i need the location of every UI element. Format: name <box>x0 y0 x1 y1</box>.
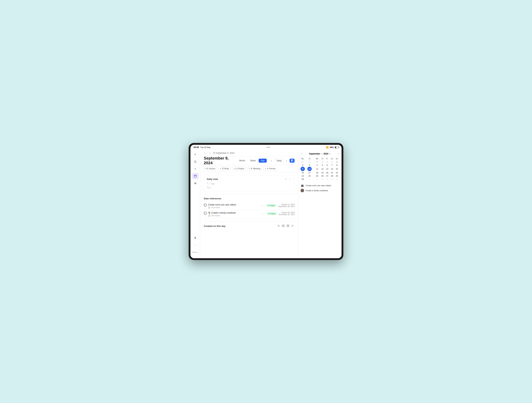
cal-day-0-4[interactable]: 30 <box>325 160 330 163</box>
cal-day-4-2[interactable]: 25 <box>314 174 320 178</box>
cal-next-button[interactable]: › <box>337 152 339 156</box>
cal-day-0-0[interactable]: 26 <box>301 160 305 163</box>
item-expand-1[interactable]: ⤢ <box>261 213 263 215</box>
cal-day-0-2[interactable]: 28 <box>314 160 320 163</box>
sidebar-bottom: 🗑 ··· Networ... <box>192 234 199 257</box>
cal-day-5-4[interactable]: 4 <box>325 178 330 181</box>
cal-day-5-5[interactable]: 5 <box>330 178 335 181</box>
cal-day-3-1[interactable]: 17 <box>305 171 314 174</box>
next-nav-button[interactable]: › <box>285 159 288 162</box>
sidebar-icon-calendar[interactable] <box>192 173 199 179</box>
view-grid-icon <box>282 225 285 227</box>
text-placeholder[interactable]: Text <box>207 186 291 189</box>
month-chevron-icon <box>321 153 323 155</box>
cal-day-0-1[interactable]: 27 <box>305 160 314 163</box>
item-title-0[interactable]: Create more use case videos <box>208 203 260 206</box>
cal-day-1-0[interactable]: 2 <box>301 163 305 167</box>
prev-nav-button[interactable]: ‹ <box>270 159 273 162</box>
add-source-button[interactable]: + Source <box>203 167 217 170</box>
book-icon <box>222 168 224 169</box>
cal-day-0-5[interactable]: 31 <box>330 160 335 163</box>
cal-prev-button[interactable]: ‹ <box>301 152 303 156</box>
tab-day[interactable]: Day <box>259 159 267 162</box>
item-title-1[interactable]: 🍳 Create a family cookbook <box>208 212 260 214</box>
cal-day-1-1[interactable]: 3 <box>305 163 314 167</box>
item-expand-0[interactable]: ⤢ <box>261 204 263 207</box>
view-table-button[interactable] <box>286 224 290 228</box>
cal-day-5-6[interactable]: 6 <box>334 178 339 181</box>
date-references-header: Date references <box>204 197 295 200</box>
event-title-0[interactable]: Create more use case videos <box>306 184 331 187</box>
svg-rect-34 <box>282 225 283 226</box>
event-title-1[interactable]: Create a family cookbook <box>306 189 328 192</box>
status-dots <box>267 147 270 148</box>
cal-day-3-4[interactable]: 20 <box>325 171 330 174</box>
sidebar-icon-trash[interactable]: 🗑 <box>192 234 199 241</box>
status-bar: 10:44 Tue 10 Sep 📶 34% <box>190 145 342 150</box>
more-options-button[interactable]: ··· <box>288 177 291 181</box>
cal-day-2-3[interactable]: 12 <box>320 167 325 171</box>
cal-day-2-0[interactable]: 9 <box>301 167 305 171</box>
mini-calendar-header: ‹ September 2024 › <box>301 152 339 156</box>
date-ref-item-0: Create more use case videos 📋 Time frame… <box>204 202 295 210</box>
status-date: Tue 10 Sep <box>200 146 210 148</box>
tag-icon <box>207 182 209 185</box>
cal-day-4-4[interactable]: 27 <box>325 174 330 178</box>
cal-day-4-5[interactable]: 28 <box>330 174 335 178</box>
sidebar-icon-list[interactable] <box>192 180 199 187</box>
cal-day-1-3[interactable]: 5 <box>320 163 325 167</box>
sidebar-icon-sparkle[interactable]: ✦ <box>192 166 199 172</box>
sidebar-icon-add[interactable]: + <box>192 151 199 158</box>
cal-day-1-4[interactable]: 6 <box>325 163 330 167</box>
item-more-0[interactable]: ··· <box>264 204 265 207</box>
cal-day-1-2[interactable]: 4 <box>314 163 320 167</box>
back-button[interactable]: ← <box>203 151 207 155</box>
cal-day-3-5[interactable]: 21 <box>330 171 335 174</box>
cal-day-0-6[interactable]: 1 <box>334 160 339 163</box>
cal-day-5-3[interactable]: 3 <box>320 178 325 181</box>
cal-day-2-4[interactable]: 13 <box>325 167 330 171</box>
cal-day-1-6[interactable]: 8 <box>334 163 339 167</box>
cal-day-4-6[interactable]: 29 <box>334 174 339 178</box>
cal-day-1-5[interactable]: 7 <box>330 163 335 167</box>
header: ← → September 9, 2024 <box>200 150 298 156</box>
cal-day-3-2[interactable]: 18 <box>314 171 320 174</box>
cal-day-4-1[interactable]: 24 <box>305 174 314 178</box>
today-button[interactable]: Today <box>274 159 284 162</box>
item-more-1[interactable]: ··· <box>264 213 266 215</box>
expand-button[interactable]: ⤢ <box>284 177 288 181</box>
cal-day-2-1[interactable]: 10 <box>307 167 312 171</box>
cal-day-5-0[interactable]: 30 <box>301 178 305 181</box>
cal-day-4-0[interactable]: 23 <box>301 174 305 178</box>
cal-day-2-2[interactable]: 11 <box>314 167 320 171</box>
sidebar-icon-search[interactable] <box>192 158 199 165</box>
cal-day-5-1[interactable]: 1 <box>305 178 314 181</box>
cal-day-3-3[interactable]: 19 <box>320 171 325 174</box>
source-label: Source <box>209 168 215 170</box>
cal-day-5-2[interactable]: 2 <box>314 178 320 181</box>
breadcrumb-text: September 9, 2024 <box>216 152 234 154</box>
sidebar-icon-network[interactable]: Networ... <box>192 249 199 255</box>
view-flow-button[interactable] <box>291 224 295 228</box>
add-project-button[interactable]: + Project <box>232 167 246 170</box>
cal-day-2-6[interactable]: 15 <box>334 167 339 171</box>
view-list-button[interactable] <box>277 224 281 228</box>
view-grid-button[interactable] <box>281 224 285 228</box>
cal-day-3-6[interactable]: 22 <box>334 171 339 174</box>
calendar-year-label[interactable]: 2024 <box>323 153 328 155</box>
sidebar-icon-more[interactable]: ··· <box>192 242 199 248</box>
calendar-month-label[interactable]: September <box>309 153 320 155</box>
forward-button[interactable]: → <box>208 151 212 155</box>
layout-button[interactable] <box>290 159 295 162</box>
header-nav: ← → <box>203 151 212 155</box>
cal-day-2-5[interactable]: 14 <box>330 167 335 171</box>
cal-day-3-0[interactable]: 16 <box>301 171 305 174</box>
add-book-button[interactable]: + Book <box>218 167 231 170</box>
battery-percent: 34% <box>330 146 334 148</box>
tab-week[interactable]: Week <box>248 159 258 162</box>
cal-day-4-3[interactable]: 26 <box>320 174 325 178</box>
cal-day-0-3[interactable]: 29 <box>320 160 325 163</box>
tab-month[interactable]: Month <box>237 159 247 162</box>
add-person-button[interactable]: + Person <box>263 167 277 170</box>
add-meeting-button[interactable]: + Meeting <box>247 167 262 170</box>
